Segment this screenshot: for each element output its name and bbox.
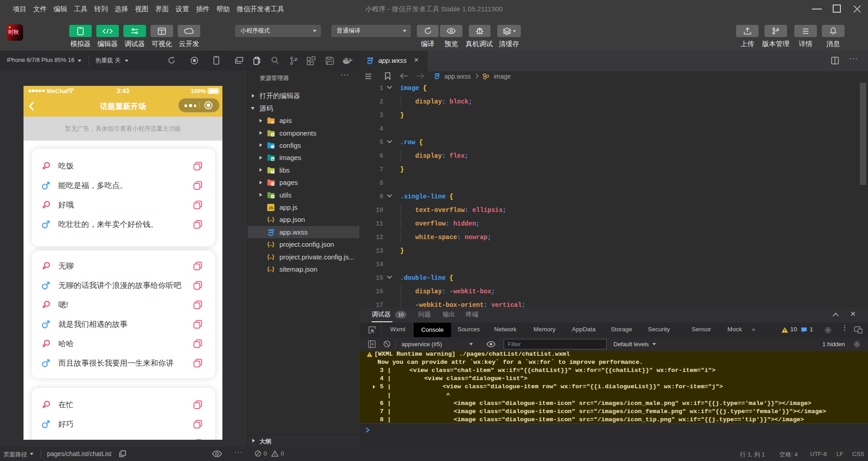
svg-text:<>: <>: [271, 183, 274, 186]
svg-text:JS: JS: [269, 206, 274, 210]
svg-text:#: #: [271, 120, 274, 124]
svg-text:+: +: [272, 132, 274, 136]
svg-text:+: +: [272, 194, 274, 198]
